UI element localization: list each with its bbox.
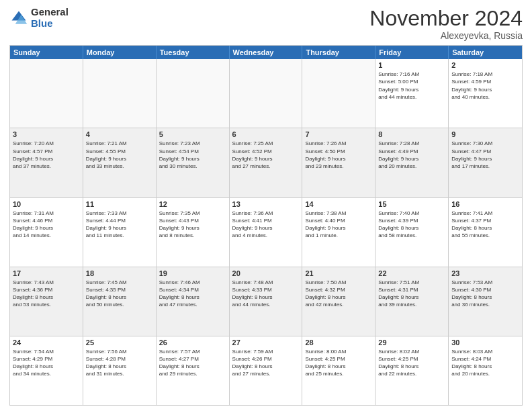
day-info: Sunrise: 7:40 AM Sunset: 4:39 PM Dayligh… — [378, 210, 445, 240]
day-info: Sunrise: 7:51 AM Sunset: 4:31 PM Dayligh… — [378, 279, 445, 309]
day-number: 4 — [86, 130, 153, 138]
calendar-cell-4-2: 18Sunrise: 7:45 AM Sunset: 4:35 PM Dayli… — [83, 267, 157, 336]
calendar: Sunday Monday Tuesday Wednesday Thursday… — [9, 45, 523, 406]
day-number: 28 — [305, 338, 372, 347]
calendar-cell-5-6: 29Sunrise: 8:02 AM Sunset: 4:25 PM Dayli… — [375, 336, 449, 405]
day-info: Sunrise: 7:36 AM Sunset: 4:41 PM Dayligh… — [232, 210, 300, 240]
calendar-cell-4-6: 22Sunrise: 7:51 AM Sunset: 4:31 PM Dayli… — [375, 267, 449, 336]
calendar-cell-3-2: 11Sunrise: 7:33 AM Sunset: 4:44 PM Dayli… — [83, 198, 157, 267]
calendar-cell-4-3: 19Sunrise: 7:46 AM Sunset: 4:34 PM Dayli… — [157, 267, 230, 336]
title-section: November 2024 Alexeyevka, Russia — [369, 7, 523, 41]
day-number: 9 — [451, 130, 519, 138]
page: General Blue November 2024 Alexeyevka, R… — [0, 0, 532, 411]
day-info: Sunrise: 7:45 AM Sunset: 4:35 PM Dayligh… — [86, 279, 153, 309]
day-number: 22 — [378, 269, 445, 277]
calendar-cell-2-5: 7Sunrise: 7:26 AM Sunset: 4:50 PM Daylig… — [302, 128, 375, 197]
day-number: 30 — [451, 338, 519, 347]
day-info: Sunrise: 8:00 AM Sunset: 4:25 PM Dayligh… — [305, 348, 372, 378]
calendar-cell-4-1: 17Sunrise: 7:43 AM Sunset: 4:36 PM Dayli… — [10, 267, 83, 336]
day-number: 25 — [86, 338, 153, 347]
calendar-cell-5-2: 25Sunrise: 7:56 AM Sunset: 4:28 PM Dayli… — [83, 336, 157, 405]
day-number: 26 — [159, 338, 226, 347]
day-info: Sunrise: 7:48 AM Sunset: 4:33 PM Dayligh… — [232, 279, 300, 309]
day-number: 21 — [305, 269, 372, 277]
day-number: 12 — [159, 200, 226, 208]
calendar-cell-1-1 — [10, 59, 83, 128]
day-number: 1 — [378, 61, 445, 69]
day-info: Sunrise: 7:26 AM Sunset: 4:50 PM Dayligh… — [305, 140, 372, 170]
calendar-header: Sunday Monday Tuesday Wednesday Thursday… — [10, 46, 522, 59]
logo-blue: Blue — [31, 18, 69, 30]
header-monday: Monday — [83, 46, 157, 59]
calendar-cell-5-3: 26Sunrise: 7:57 AM Sunset: 4:27 PM Dayli… — [157, 336, 230, 405]
calendar-cell-5-7: 30Sunrise: 8:03 AM Sunset: 4:24 PM Dayli… — [449, 336, 522, 405]
calendar-cell-2-1: 3Sunrise: 7:20 AM Sunset: 4:57 PM Daylig… — [10, 128, 83, 197]
calendar-cell-3-7: 16Sunrise: 7:41 AM Sunset: 4:37 PM Dayli… — [449, 198, 522, 267]
day-number: 2 — [451, 61, 519, 69]
calendar-cell-2-3: 5Sunrise: 7:23 AM Sunset: 4:54 PM Daylig… — [157, 128, 230, 197]
calendar-cell-3-5: 14Sunrise: 7:38 AM Sunset: 4:40 PM Dayli… — [302, 198, 375, 267]
calendar-cell-1-2 — [83, 59, 157, 128]
calendar-cell-3-3: 12Sunrise: 7:35 AM Sunset: 4:43 PM Dayli… — [157, 198, 230, 267]
calendar-week-1: 1Sunrise: 7:16 AM Sunset: 5:00 PM Daylig… — [10, 59, 522, 128]
calendar-cell-1-7: 2Sunrise: 7:18 AM Sunset: 4:59 PM Daylig… — [449, 59, 522, 128]
calendar-cell-4-7: 23Sunrise: 7:53 AM Sunset: 4:30 PM Dayli… — [449, 267, 522, 336]
day-info: Sunrise: 7:16 AM Sunset: 5:00 PM Dayligh… — [378, 71, 445, 101]
header-thursday: Thursday — [302, 46, 375, 59]
day-info: Sunrise: 7:56 AM Sunset: 4:28 PM Dayligh… — [86, 348, 153, 378]
day-number: 6 — [232, 130, 300, 138]
day-number: 24 — [13, 338, 80, 347]
header-sunday: Sunday — [10, 46, 83, 59]
day-number: 13 — [232, 200, 300, 208]
calendar-cell-5-5: 28Sunrise: 8:00 AM Sunset: 4:25 PM Dayli… — [302, 336, 375, 405]
calendar-cell-5-4: 27Sunrise: 7:59 AM Sunset: 4:26 PM Dayli… — [230, 336, 303, 405]
logo-text: General Blue — [31, 7, 69, 29]
day-info: Sunrise: 8:03 AM Sunset: 4:24 PM Dayligh… — [451, 348, 519, 378]
header-saturday: Saturday — [449, 46, 522, 59]
day-info: Sunrise: 7:33 AM Sunset: 4:44 PM Dayligh… — [86, 210, 153, 240]
month-title: November 2024 — [369, 7, 523, 30]
day-number: 29 — [378, 338, 445, 347]
calendar-body: 1Sunrise: 7:16 AM Sunset: 5:00 PM Daylig… — [10, 59, 522, 405]
calendar-week-3: 10Sunrise: 7:31 AM Sunset: 4:46 PM Dayli… — [10, 198, 522, 267]
header: General Blue November 2024 Alexeyevka, R… — [9, 7, 523, 41]
day-info: Sunrise: 7:50 AM Sunset: 4:32 PM Dayligh… — [305, 279, 372, 309]
day-number: 7 — [305, 130, 372, 138]
location: Alexeyevka, Russia — [369, 30, 523, 41]
day-info: Sunrise: 7:54 AM Sunset: 4:29 PM Dayligh… — [13, 348, 80, 378]
calendar-cell-4-5: 21Sunrise: 7:50 AM Sunset: 4:32 PM Dayli… — [302, 267, 375, 336]
day-number: 17 — [13, 269, 80, 277]
day-number: 19 — [159, 269, 226, 277]
calendar-cell-1-4 — [230, 59, 303, 128]
day-info: Sunrise: 7:43 AM Sunset: 4:36 PM Dayligh… — [13, 279, 80, 309]
calendar-week-5: 24Sunrise: 7:54 AM Sunset: 4:29 PM Dayli… — [10, 336, 522, 405]
header-wednesday: Wednesday — [230, 46, 303, 59]
day-info: Sunrise: 8:02 AM Sunset: 4:25 PM Dayligh… — [378, 348, 445, 378]
calendar-cell-2-4: 6Sunrise: 7:25 AM Sunset: 4:52 PM Daylig… — [230, 128, 303, 197]
day-number: 20 — [232, 269, 300, 277]
logo: General Blue — [9, 7, 69, 29]
calendar-week-4: 17Sunrise: 7:43 AM Sunset: 4:36 PM Dayli… — [10, 267, 522, 336]
day-number: 10 — [13, 200, 80, 208]
day-info: Sunrise: 7:31 AM Sunset: 4:46 PM Dayligh… — [13, 210, 80, 240]
day-info: Sunrise: 7:30 AM Sunset: 4:47 PM Dayligh… — [451, 140, 519, 170]
day-info: Sunrise: 7:41 AM Sunset: 4:37 PM Dayligh… — [451, 210, 519, 240]
day-info: Sunrise: 7:23 AM Sunset: 4:54 PM Dayligh… — [159, 140, 226, 170]
calendar-cell-1-5 — [302, 59, 375, 128]
calendar-cell-3-6: 15Sunrise: 7:40 AM Sunset: 4:39 PM Dayli… — [375, 198, 449, 267]
day-info: Sunrise: 7:21 AM Sunset: 4:55 PM Dayligh… — [86, 140, 153, 170]
day-number: 18 — [86, 269, 153, 277]
day-info: Sunrise: 7:57 AM Sunset: 4:27 PM Dayligh… — [159, 348, 226, 378]
calendar-cell-1-6: 1Sunrise: 7:16 AM Sunset: 5:00 PM Daylig… — [375, 59, 449, 128]
day-info: Sunrise: 7:28 AM Sunset: 4:49 PM Dayligh… — [378, 140, 445, 170]
calendar-cell-2-2: 4Sunrise: 7:21 AM Sunset: 4:55 PM Daylig… — [83, 128, 157, 197]
calendar-cell-5-1: 24Sunrise: 7:54 AM Sunset: 4:29 PM Dayli… — [10, 336, 83, 405]
day-number: 23 — [451, 269, 519, 277]
calendar-cell-1-3 — [157, 59, 230, 128]
day-info: Sunrise: 7:38 AM Sunset: 4:40 PM Dayligh… — [305, 210, 372, 240]
calendar-cell-3-1: 10Sunrise: 7:31 AM Sunset: 4:46 PM Dayli… — [10, 198, 83, 267]
logo-general: General — [31, 7, 69, 18]
calendar-cell-4-4: 20Sunrise: 7:48 AM Sunset: 4:33 PM Dayli… — [230, 267, 303, 336]
day-number: 16 — [451, 200, 519, 208]
day-info: Sunrise: 7:20 AM Sunset: 4:57 PM Dayligh… — [13, 140, 80, 170]
